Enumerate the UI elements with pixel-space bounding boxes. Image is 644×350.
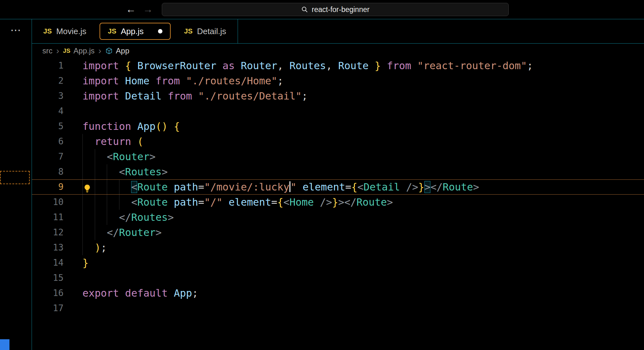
- code-token[interactable]: from: [155, 75, 180, 87]
- code-line[interactable]: 12 </Router>: [32, 225, 644, 240]
- code-line[interactable]: 9 <Route path="/movie/:lucky" element={<…: [32, 179, 644, 195]
- code-line[interactable]: 5function App() {: [32, 119, 644, 134]
- code-token[interactable]: ;: [527, 60, 533, 72]
- code-token[interactable]: [82, 226, 107, 238]
- code-line[interactable]: 8 <Routes>: [32, 164, 644, 179]
- code-token[interactable]: <: [357, 181, 363, 193]
- code-token[interactable]: >: [168, 211, 174, 223]
- code-token[interactable]: <: [283, 196, 289, 208]
- line-number[interactable]: 11: [32, 210, 64, 225]
- code-token[interactable]: function: [82, 120, 137, 132]
- code-token[interactable]: {: [277, 196, 283, 208]
- code-token[interactable]: [296, 181, 302, 193]
- command-center-search[interactable]: react-for-beginner: [162, 3, 509, 16]
- code-token[interactable]: "react-router-dom": [417, 60, 527, 72]
- code-token[interactable]: export: [82, 287, 125, 299]
- code-token[interactable]: [216, 60, 222, 72]
- code-token[interactable]: </: [119, 211, 131, 223]
- code-token[interactable]: [235, 60, 241, 72]
- code-token[interactable]: >: [387, 196, 393, 208]
- code-line[interactable]: 4: [32, 104, 644, 119]
- breadcrumb-item-app[interactable]: App: [105, 46, 130, 55]
- code-token[interactable]: =: [271, 196, 277, 208]
- code-token[interactable]: [161, 90, 167, 102]
- code-token[interactable]: ;: [277, 75, 283, 87]
- code-token[interactable]: ,: [326, 60, 338, 72]
- code-token[interactable]: BrowserRouter: [137, 60, 216, 72]
- code-token[interactable]: (): [155, 120, 168, 132]
- code-token[interactable]: </: [344, 196, 356, 208]
- code-token[interactable]: Router: [113, 151, 149, 163]
- code-line[interactable]: 13 );: [32, 240, 644, 255]
- code-token[interactable]: import: [82, 60, 125, 72]
- code-token[interactable]: Route: [356, 196, 387, 208]
- code-line[interactable]: 15: [32, 270, 644, 286]
- code-token[interactable]: [180, 75, 186, 87]
- code-token[interactable]: from: [168, 90, 192, 102]
- code-token[interactable]: [381, 60, 387, 72]
- code-token[interactable]: Detail: [125, 90, 162, 102]
- code-text[interactable]: );: [64, 240, 107, 255]
- code-text[interactable]: import Home from "./routes/Home";: [64, 73, 283, 88]
- code-token[interactable]: path: [174, 181, 198, 193]
- code-token[interactable]: [82, 211, 119, 223]
- code-token[interactable]: >: [155, 226, 161, 238]
- code-line[interactable]: 16export default App;: [32, 286, 644, 301]
- code-token[interactable]: Route: [443, 181, 473, 193]
- code-token[interactable]: "/movie/:lucky: [204, 181, 289, 193]
- code-token[interactable]: =: [198, 181, 204, 193]
- code-token[interactable]: [131, 60, 137, 72]
- code-token[interactable]: as: [222, 60, 235, 72]
- code-text[interactable]: <Router>: [64, 149, 155, 164]
- code-token[interactable]: [400, 181, 406, 193]
- code-token[interactable]: =: [345, 181, 351, 193]
- code-token[interactable]: />: [406, 181, 418, 193]
- code-token[interactable]: Route: [338, 60, 368, 72]
- code-line[interactable]: 1import { BrowserRouter as Router, Route…: [32, 58, 644, 73]
- code-token[interactable]: from: [387, 60, 411, 72]
- code-text[interactable]: [64, 104, 82, 119]
- code-token[interactable]: >: [149, 151, 155, 163]
- code-token[interactable]: }: [332, 196, 338, 208]
- code-token[interactable]: <: [119, 166, 125, 178]
- line-number[interactable]: 14: [32, 255, 64, 270]
- code-token[interactable]: >: [161, 166, 167, 178]
- code-token[interactable]: [82, 242, 95, 254]
- code-token[interactable]: ": [290, 181, 296, 193]
- line-number[interactable]: 16: [32, 286, 64, 301]
- code-token[interactable]: ;: [101, 242, 107, 254]
- code-token[interactable]: [314, 196, 320, 208]
- code-text[interactable]: [64, 301, 82, 316]
- code-line[interactable]: 17: [32, 301, 644, 316]
- code-editor[interactable]: 1import { BrowserRouter as Router, Route…: [32, 58, 644, 350]
- code-token[interactable]: [82, 166, 119, 178]
- code-text[interactable]: import { BrowserRouter as Router, Routes…: [64, 58, 533, 73]
- forward-button[interactable]: →: [143, 0, 153, 19]
- back-button[interactable]: ←: [126, 0, 136, 19]
- line-number[interactable]: 5: [32, 119, 64, 134]
- code-token[interactable]: {: [125, 60, 131, 72]
- line-number[interactable]: 1: [32, 58, 64, 73]
- code-token[interactable]: App: [137, 120, 155, 132]
- code-line[interactable]: 3import Detail from "./routes/Detail";: [32, 88, 644, 104]
- code-token[interactable]: </: [430, 181, 443, 193]
- code-token[interactable]: [168, 181, 174, 193]
- code-line[interactable]: 7 <Router>: [32, 149, 644, 164]
- code-token[interactable]: Routes: [289, 60, 326, 72]
- code-token[interactable]: <: [131, 181, 137, 193]
- line-number[interactable]: 3: [32, 88, 64, 104]
- modified-indicator-dot[interactable]: [158, 29, 162, 33]
- lightbulb-icon[interactable]: [82, 182, 92, 192]
- tab-app-js[interactable]: JS App.js: [100, 23, 171, 40]
- line-number[interactable]: 4: [32, 104, 64, 119]
- more-actions-icon[interactable]: ⋯: [0, 24, 32, 36]
- code-token[interactable]: />: [320, 196, 332, 208]
- code-token[interactable]: import: [82, 75, 125, 87]
- code-token[interactable]: =: [198, 196, 204, 208]
- code-token[interactable]: }: [418, 181, 424, 193]
- code-token[interactable]: import: [82, 90, 125, 102]
- code-token[interactable]: (: [137, 136, 143, 148]
- code-token[interactable]: ;: [302, 90, 308, 102]
- status-corner-square[interactable]: [0, 339, 9, 350]
- code-token[interactable]: [192, 90, 198, 102]
